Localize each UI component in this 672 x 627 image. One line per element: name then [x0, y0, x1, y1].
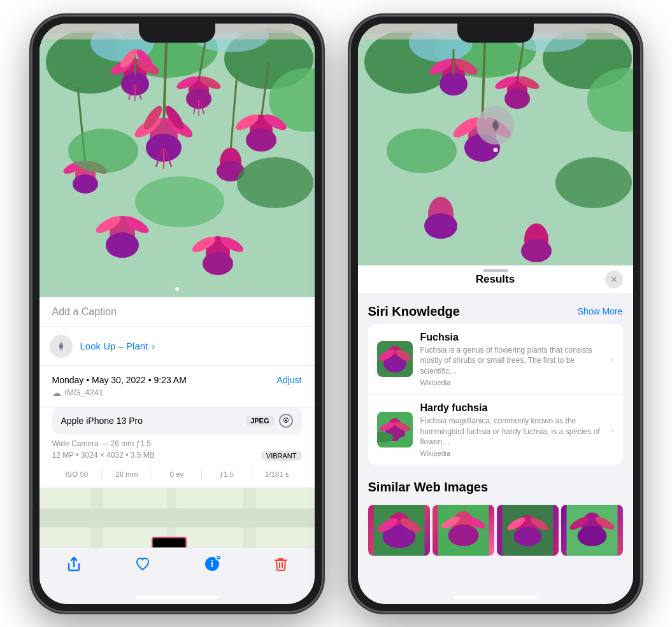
fuchsia-name: Fuchsia — [420, 332, 603, 343]
adjust-button[interactable]: Adjust — [277, 375, 302, 385]
map-section[interactable] — [39, 488, 315, 547]
photo-dot-indicator — [175, 287, 179, 291]
phones-container: Add a Caption Look Up – Plant › — [18, 2, 655, 626]
svg-rect-64 — [90, 488, 103, 547]
fuchsia-info: Fuchsia Fuchsia is a genus of flowering … — [420, 332, 603, 386]
knowledge-item-hardy[interactable]: Hardy fuchsia Fuchsia magellanica, commo… — [368, 395, 623, 465]
web-image-1[interactable] — [368, 505, 430, 556]
svg-point-96 — [555, 157, 632, 208]
knowledge-item-fuchsia[interactable]: Fuchsia Fuchsia is a genus of flowering … — [368, 324, 623, 395]
phone-2-inner: Results ✕ Siri Knowledge Show More — [358, 24, 633, 604]
share-button[interactable] — [66, 556, 82, 572]
exif-focal: 26 mm — [102, 468, 152, 480]
web-image-3[interactable] — [497, 505, 559, 556]
info-button[interactable]: i ✦ — [204, 556, 220, 572]
close-icon: ✕ — [610, 274, 618, 285]
device-name: Apple iPhone 13 Pro — [61, 416, 143, 426]
visual-lookup-icon — [50, 335, 73, 358]
meta-date-row: Monday • May 30, 2022 • 9:23 AM Adjust — [52, 375, 302, 385]
siri-lookup-button[interactable] — [476, 106, 515, 144]
caption-area[interactable]: Add a Caption — [39, 297, 315, 327]
svg-point-42 — [73, 174, 98, 194]
web-images-grid — [368, 505, 623, 556]
exif-shutter: 1/181 s — [252, 468, 302, 480]
phone-1-inner: Add a Caption Look Up – Plant › — [39, 24, 315, 604]
fuchsia-desc: Fuchsia is a genus of flowering plants t… — [420, 345, 603, 377]
phone-1: Add a Caption Look Up – Plant › — [31, 15, 324, 613]
exif-aperture: ƒ1.5 — [202, 468, 252, 480]
svg-text:i: i — [211, 559, 213, 569]
exif-row: ISO 50 26 mm 0 ev ƒ1.5 1/181 s — [52, 468, 302, 480]
svg-rect-66 — [243, 488, 256, 547]
svg-rect-68 — [153, 538, 185, 547]
device-badges: JPEG ⦿ — [246, 414, 292, 428]
device-row: Apple iPhone 13 Pro JPEG ⦿ — [52, 407, 302, 434]
siri-knowledge-title: Siri Knowledge — [368, 304, 460, 319]
hardy-chevron: › — [611, 425, 614, 435]
exif-ev: 0 ev — [152, 468, 203, 480]
notch-2 — [457, 24, 534, 43]
hardy-source: Wikipedia — [420, 449, 603, 457]
close-button[interactable]: ✕ — [605, 271, 623, 288]
device-section: Apple iPhone 13 Pro JPEG ⦿ Wide Camera —… — [39, 407, 315, 488]
hardy-info: Hardy fuchsia Fuchsia magellanica, commo… — [420, 402, 603, 457]
lookup-text: Look Up – Plant › — [80, 341, 155, 352]
camera-specs: Wide Camera — 26 mm ƒ1.5 12 MP • 3024 × … — [52, 439, 302, 465]
results-title: Results — [476, 273, 515, 286]
camera-spec2: 12 MP • 3024 × 4032 • 3.5 MB VIBRANT — [52, 451, 302, 460]
svg-point-100 — [521, 239, 552, 262]
web-image-2[interactable] — [433, 505, 494, 556]
favorite-button[interactable] — [135, 556, 150, 572]
show-more-button[interactable]: Show More — [578, 306, 623, 316]
fuchsia-chevron: › — [611, 354, 614, 364]
jpeg-badge: JPEG — [246, 416, 273, 426]
meta-filename: ☁ IMG_4241 — [52, 388, 302, 398]
svg-point-61 — [59, 344, 63, 348]
phone-2: Results ✕ Siri Knowledge Show More — [349, 15, 642, 613]
svg-rect-63 — [39, 508, 315, 527]
svg-point-37 — [246, 129, 276, 151]
exif-iso: ISO 50 — [52, 468, 103, 480]
caption-placeholder: Add a Caption — [52, 306, 117, 317]
home-indicator-2[interactable] — [454, 596, 537, 599]
location-icon: ⦿ — [279, 414, 293, 428]
flower-photo-2[interactable] — [358, 24, 633, 265]
svg-point-49 — [237, 157, 313, 208]
fuchsia-thumbnail — [377, 341, 413, 377]
svg-point-87 — [504, 88, 530, 109]
lookup-section[interactable]: Look Up – Plant › — [39, 327, 315, 366]
vibrant-badge: VIBRANT — [261, 451, 302, 461]
notch-1 — [139, 24, 215, 43]
hardy-desc: Fuchsia magellanica, commonly known as t… — [420, 416, 603, 447]
metadata-section: Monday • May 30, 2022 • 9:23 AM Adjust ☁… — [39, 366, 315, 407]
siri-knowledge-header: Siri Knowledge Show More — [368, 294, 623, 324]
home-indicator-1[interactable] — [136, 596, 218, 599]
svg-point-56 — [203, 252, 233, 275]
svg-point-98 — [424, 213, 457, 239]
svg-point-48 — [68, 129, 138, 173]
siri-dot — [493, 148, 497, 152]
svg-point-52 — [106, 232, 139, 258]
results-panel: Results ✕ Siri Knowledge Show More — [358, 265, 633, 604]
cloud-icon: ☁ — [52, 388, 61, 398]
svg-point-123 — [448, 525, 478, 546]
flower-photo-1[interactable] — [39, 24, 315, 297]
results-header: Results ✕ — [358, 265, 633, 294]
web-image-4[interactable] — [561, 505, 623, 556]
camera-spec1: Wide Camera — 26 mm ƒ1.5 — [52, 439, 302, 448]
svg-point-95 — [387, 129, 457, 173]
results-content[interactable]: Siri Knowledge Show More — [358, 294, 633, 604]
fuchsia-source: Wikipedia — [420, 379, 603, 386]
svg-point-81 — [440, 73, 468, 95]
knowledge-card: Fuchsia Fuchsia is a genus of flowering … — [368, 324, 623, 465]
meta-date: Monday • May 30, 2022 • 9:23 AM — [52, 375, 187, 385]
web-images-title: Similar Web Images — [368, 480, 489, 495]
svg-point-50 — [135, 176, 224, 227]
web-images-header: Similar Web Images — [368, 470, 623, 500]
drag-handle[interactable] — [483, 269, 508, 272]
delete-button[interactable] — [274, 556, 288, 572]
svg-point-128 — [513, 527, 541, 546]
web-images-section: Similar Web Images — [368, 470, 623, 556]
svg-point-133 — [577, 526, 606, 546]
svg-point-103 — [492, 122, 499, 129]
